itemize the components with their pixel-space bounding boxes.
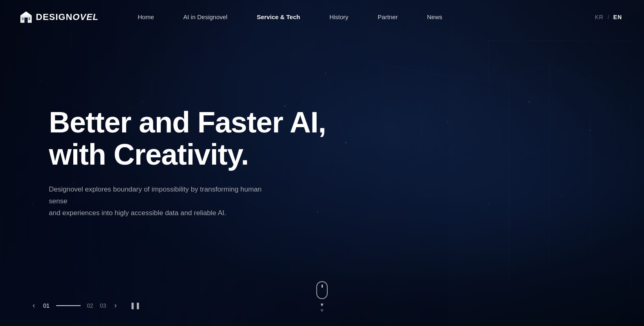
svg-marker-50 <box>20 11 32 15</box>
slide-progress-line <box>56 305 81 306</box>
nav-link-home[interactable]: Home <box>123 13 169 20</box>
nav-item-ai[interactable]: AI in Designovel <box>169 13 242 21</box>
lang-separator: / <box>608 14 609 20</box>
nav-item-partner[interactable]: Partner <box>363 13 412 21</box>
nav-link-partner[interactable]: Partner <box>363 13 412 20</box>
lang-switch: KR / EN <box>592 12 624 22</box>
nav-item-news[interactable]: News <box>412 13 457 21</box>
nav-link-service[interactable]: Service & Tech <box>242 13 315 20</box>
nav-item-history[interactable]: History <box>315 13 363 21</box>
scroll-indicator: ▼ ▼ <box>316 281 328 313</box>
nav-link-ai[interactable]: AI in Designovel <box>169 13 242 20</box>
svg-rect-52 <box>22 18 24 20</box>
navbar: DESIGNOVEL Home AI in Designovel Service… <box>0 0 644 34</box>
slider-next-button[interactable]: › <box>114 301 117 310</box>
scroll-arrow-1: ▼ <box>320 302 324 307</box>
nav-link-history[interactable]: History <box>315 13 363 20</box>
lang-en-button[interactable]: EN <box>611 12 624 22</box>
hero-title: Better and Faster AI, with Creativity. <box>49 106 326 171</box>
svg-rect-51 <box>24 18 28 23</box>
logo-link[interactable]: DESIGNOVEL <box>20 11 99 24</box>
scroll-arrows: ▼ ▼ <box>320 302 324 313</box>
logo-text: DESIGNOVEL <box>36 12 99 22</box>
slider-prev-button[interactable]: ‹ <box>33 301 35 310</box>
slide-num-1[interactable]: 01 <box>43 302 50 309</box>
hero-content: Better and Faster AI, with Creativity. D… <box>49 106 326 219</box>
nav-links: Home AI in Designovel Service & Tech His… <box>123 13 592 21</box>
mouse-icon <box>316 281 328 299</box>
nav-item-service[interactable]: Service & Tech <box>242 13 315 21</box>
nav-link-news[interactable]: News <box>412 13 457 20</box>
slide-num-3[interactable]: 03 <box>100 302 106 309</box>
mouse-wheel <box>322 284 323 288</box>
scroll-arrow-2: ▼ <box>320 308 324 313</box>
pause-button[interactable]: ❚❚ <box>128 302 142 309</box>
lang-kr-button[interactable]: KR <box>592 12 606 22</box>
slide-indicator: 01 02 03 <box>43 302 106 309</box>
hero-subtitle: Designovel explores boundary of impossib… <box>49 184 277 220</box>
slide-num-2[interactable]: 02 <box>87 302 94 309</box>
logo-icon <box>20 11 33 24</box>
svg-rect-53 <box>28 18 30 20</box>
slider-controls: ‹ 01 02 03 › ❚❚ <box>33 301 142 310</box>
nav-item-home[interactable]: Home <box>123 13 169 21</box>
